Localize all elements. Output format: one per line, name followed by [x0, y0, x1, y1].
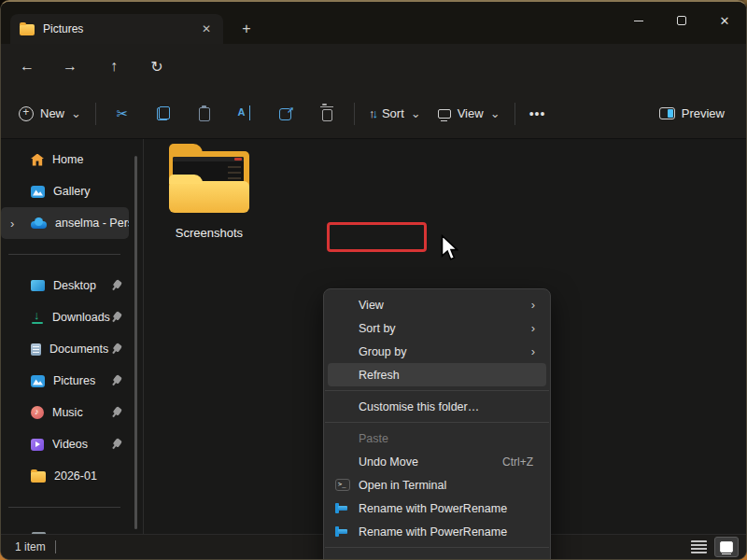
menu-separator	[325, 547, 549, 548]
copy-button[interactable]	[143, 98, 184, 130]
cut-icon: ✂	[117, 106, 129, 120]
powerrename-icon	[335, 525, 348, 538]
chevron-right-icon: ›	[531, 556, 535, 560]
status-divider	[55, 540, 56, 553]
view-button[interactable]: View ⌄	[430, 101, 509, 126]
copy-icon	[157, 106, 170, 120]
menu-separator	[325, 422, 549, 423]
menu-item-sort-by[interactable]: Sort by›	[328, 316, 546, 340]
ellipsis-icon: •••	[529, 106, 546, 121]
sidebar-item-home[interactable]: ›Home	[1, 144, 143, 175]
minimize-icon	[634, 21, 643, 21]
new-button[interactable]: New ⌄	[10, 101, 90, 127]
menu-item-label: Refresh	[359, 369, 537, 382]
window-controls: ✕	[617, 2, 746, 39]
menu-item-paste: Paste	[328, 427, 546, 450]
sidebar-item-music[interactable]: ›Music	[1, 397, 143, 428]
sidebar-item-gallery[interactable]: ›Gallery	[1, 175, 143, 207]
menu-item-view[interactable]: View›	[328, 293, 546, 316]
sort-button-label: Sort	[382, 106, 404, 120]
chevron-down-icon: ⌄	[490, 107, 500, 119]
tab-close-icon[interactable]: ✕	[197, 20, 216, 38]
maximize-icon	[677, 16, 686, 25]
large-icons-view-button[interactable]	[714, 537, 739, 557]
sidebar-item-downloads[interactable]: ›Downloads	[1, 301, 143, 333]
mouse-cursor	[441, 234, 458, 265]
onedrive-icon	[31, 217, 47, 229]
pane-divider	[143, 139, 144, 537]
share-button[interactable]	[266, 98, 307, 130]
preview-pane-icon	[659, 107, 675, 119]
menu-item-rename-with-powerrename[interactable]: Rename with PowerRename	[328, 520, 546, 543]
paste-icon	[199, 107, 210, 121]
menu-item-customise-this-folder[interactable]: Customise this folder…	[328, 395, 546, 418]
chevron-right-icon: ›	[531, 298, 535, 312]
menu-item-undo-move[interactable]: Undo MoveCtrl+Z	[328, 450, 546, 473]
annotation-rectangle	[327, 222, 427, 252]
new-button-label: New	[40, 106, 64, 120]
rename-icon	[237, 106, 253, 120]
sidebar-vertical-scrollbar[interactable]	[134, 156, 137, 529]
file-item-screenshots[interactable]: Screenshots	[155, 144, 263, 240]
home-icon	[31, 154, 44, 166]
paste-button[interactable]	[184, 98, 225, 130]
chevron-down-icon: ⌄	[411, 107, 421, 119]
sidebar-item-label: Desktop	[53, 279, 143, 292]
cut-button[interactable]: ✂	[102, 98, 143, 130]
up-button[interactable]: ↑	[101, 53, 127, 79]
chevron-right-icon[interactable]: ›	[10, 217, 31, 231]
sidebar-separator	[8, 254, 120, 255]
plus-circle-icon	[19, 106, 34, 121]
view-icon	[438, 109, 451, 119]
sidebar-item-2026-01[interactable]: ›2026-01	[1, 460, 143, 492]
terminal-icon	[335, 479, 350, 491]
sidebar-item-label: Gallery	[53, 185, 143, 198]
details-view-button[interactable]	[686, 537, 711, 557]
close-button[interactable]: ✕	[703, 2, 746, 39]
minimize-button[interactable]	[617, 2, 660, 39]
menu-item-group-by[interactable]: Group by›	[328, 340, 546, 363]
delete-button[interactable]	[307, 98, 348, 130]
view-button-label: View	[458, 106, 484, 120]
sidebar-item-anselma-personal[interactable]: ›anselma - Personal	[1, 207, 129, 239]
sidebar-item-videos[interactable]: ›Videos	[1, 428, 143, 460]
chevron-right-icon: ›	[531, 344, 535, 358]
sidebar-item-label: Pictures	[53, 374, 143, 387]
refresh-button[interactable]: ↻	[144, 53, 170, 79]
sidebar-item-label: Music	[52, 406, 143, 419]
more-options-button[interactable]: •••	[521, 98, 555, 130]
tab-pictures[interactable]: Pictures ✕	[10, 14, 223, 44]
menu-item-label: Paste	[359, 432, 537, 445]
downloads-icon	[31, 311, 44, 324]
sidebar-item-pictures[interactable]: ›Pictures	[1, 365, 143, 397]
documents-icon	[31, 343, 41, 356]
forward-button[interactable]: →	[57, 53, 83, 79]
toolbar-separator	[95, 103, 96, 125]
menu-item-label: Customise this folder…	[359, 400, 537, 413]
maximize-button[interactable]	[660, 2, 703, 39]
sidebar-item-documents[interactable]: ›Documents	[1, 333, 143, 365]
title-bar: Pictures ✕ + ✕	[1, 2, 746, 44]
command-toolbar: New ⌄ ✂ ↑↓ Sort ⌄ View ⌄ ••• Preview	[1, 89, 746, 139]
sidebar-item-label: Downloads	[52, 311, 143, 324]
menu-item-refresh[interactable]: Refresh	[328, 363, 546, 386]
sort-button[interactable]: ↑↓ Sort ⌄	[360, 101, 430, 126]
menu-item-label: Give access to	[359, 557, 531, 560]
sidebar-item-desktop[interactable]: ›Desktop	[1, 270, 143, 301]
music-icon	[31, 406, 44, 419]
preview-button[interactable]: Preview	[651, 101, 733, 126]
tab-title: Pictures	[43, 22, 197, 35]
menu-item-label: Group by	[359, 345, 531, 358]
chevron-down-icon: ⌄	[71, 107, 81, 119]
preview-button-label: Preview	[682, 106, 725, 120]
new-tab-button[interactable]: +	[234, 17, 259, 41]
sidebar-item-label: Documents	[49, 343, 143, 356]
menu-item-give-access-to[interactable]: Give access to›	[328, 552, 546, 560]
rename-button[interactable]	[225, 98, 266, 130]
menu-item-rename-with-powerrename[interactable]: Rename with PowerRename	[328, 497, 546, 520]
back-button[interactable]: ←	[14, 53, 40, 79]
folder-icon	[20, 24, 35, 35]
pictures-icon	[31, 375, 45, 387]
menu-item-open-in-terminal[interactable]: Open in Terminal	[328, 473, 546, 497]
large-icons-view-icon	[720, 541, 733, 553]
